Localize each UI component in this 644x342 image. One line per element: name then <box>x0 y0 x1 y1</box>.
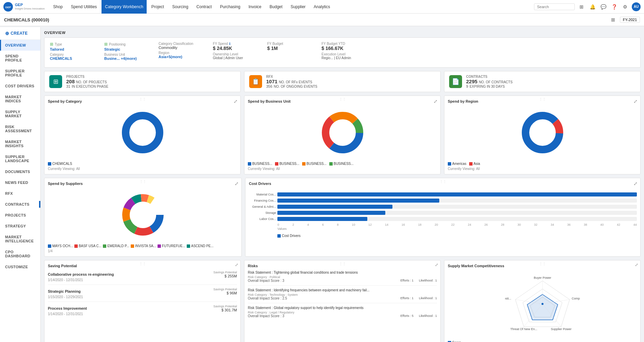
drag-handle-risks[interactable]: ⋮⋮ <box>339 262 346 266</box>
cost-drivers-legend: Cost Drivers <box>277 234 637 238</box>
spend-region-footer: Currently Viewing: All <box>448 167 637 171</box>
saving-potential-card: ⋮⋮ ⤢ Saving Potential Collaborative proc… <box>44 260 241 342</box>
drag-handle-saving[interactable]: ⋮⋮ <box>139 262 146 266</box>
expand-cost-drivers[interactable]: ⤢ <box>633 181 638 186</box>
svg-point-11 <box>533 123 552 142</box>
chat-icon[interactable]: 💬 <box>599 3 607 11</box>
settings-icon[interactable]: ⚙ <box>621 3 629 11</box>
drag-handle-supply[interactable]: ⋮⋮ <box>539 262 546 266</box>
bar-inner-material <box>277 192 637 196</box>
sidebar-item-supplier-landscape[interactable]: SUPPLIER LANDSCAPE <box>0 151 40 166</box>
nav-analytics[interactable]: Analytics <box>310 0 333 14</box>
execution-value: Regio... | EU Admin <box>321 56 366 60</box>
fy-selector[interactable]: FY-2021 <box>620 17 640 23</box>
help-icon[interactable]: ❓ <box>610 3 618 11</box>
nav-project[interactable]: Project <box>148 0 167 14</box>
bar-labor: Labor Cos... <box>249 217 637 221</box>
sidebar-item-news-feed[interactable]: NEWS FEED <box>0 177 40 188</box>
saving-amount-2: $ 96M <box>213 291 237 295</box>
legend-ascend: ASCEND PE... <box>187 244 214 248</box>
risk-likelihood-3: Likelihood : 1 <box>419 314 437 318</box>
nav-supplier[interactable]: Supplier <box>287 0 309 14</box>
sidebar-item-projects[interactable]: PROJECTS <box>0 210 40 221</box>
saving-name-2: Strategic Planning <box>48 289 81 293</box>
svg-text:Buyer Power: Buyer Power <box>534 276 551 279</box>
rfx-ongoing-label: NO. OF ONGOING EVENTS <box>274 85 317 88</box>
sidebar-item-market-intelligence[interactable]: MARKET INTELLIGENCE <box>0 232 40 246</box>
expand-supply[interactable]: ⤢ <box>635 262 638 267</box>
saving-timeline-1: 1/14/2020 - 12/31/2021 <box>48 278 237 282</box>
saving-item-3: Process Improvement Savings Potential $ … <box>48 305 237 319</box>
sidebar-item-cpo-dashboard[interactable]: CPO DASHBOARD <box>0 246 40 261</box>
nav-purchasing[interactable]: Purchasing <box>217 0 244 14</box>
sidebar-item-market-indices[interactable]: MARKET INDICES <box>0 91 40 106</box>
logo-icon: GEP <box>3 2 13 12</box>
meta-cat-classification: Category Classification Commodity Region… <box>159 42 203 59</box>
spend-region-donut <box>448 105 637 160</box>
contracts-indicator <box>39 201 40 208</box>
expand-saving[interactable]: ⤢ <box>235 262 238 267</box>
nav-invoice[interactable]: Invoice <box>245 0 265 14</box>
nav-category-workbench[interactable]: Category Workbench <box>102 0 147 14</box>
nav-budget[interactable]: Budget <box>266 0 286 14</box>
create-button[interactable]: ⊕ CREATE <box>0 27 40 40</box>
expand-spend-suppliers[interactable]: ⤢ <box>235 181 239 186</box>
drag-handle-cost[interactable]: ⋮⋮ <box>440 179 446 183</box>
expand-spend-cat[interactable]: ⤢ <box>234 99 238 104</box>
sidebar-item-risk-assessment[interactable]: RISK ASSESSMENT <box>0 121 40 136</box>
contracts-expiring: 9 <box>466 84 468 88</box>
saving-item-2: Strategic Planning Savings Potential $ 9… <box>48 288 237 302</box>
bell-icon[interactable]: 🔔 <box>588 3 596 11</box>
fy-budget-value: $ 1M <box>267 46 311 51</box>
sidebar-item-strategy[interactable]: STRATEGY <box>0 221 40 232</box>
svg-text:Threat Of Substi...: Threat Of Substi... <box>505 297 511 300</box>
table-icon[interactable]: ⊞ <box>609 16 617 24</box>
sidebar-item-supplier-profile[interactable]: SUPPLIER PROFILE <box>0 66 40 81</box>
sidebar-item-documents[interactable]: DOCUMENTS <box>0 166 40 177</box>
execution-label: Execution Level <box>321 52 366 56</box>
grid-view-icon[interactable]: ⊞ <box>577 3 586 11</box>
bar-outer-labor <box>277 217 637 221</box>
sidebar-item-market-insights[interactable]: MARKET INSIGHTS <box>0 136 40 151</box>
contracts-stat-card: 📄 CONTRACTS 2295 NO. OF CONTRACTS 9 EXPI… <box>444 71 641 92</box>
drag-handle-region[interactable]: ⋮⋮ <box>539 97 546 101</box>
nav-spend-utilities[interactable]: Spend Utilities <box>68 0 100 14</box>
category-value[interactable]: CHEMICALS <box>50 56 94 61</box>
bu-value[interactable]: Busine... +4(more) <box>104 56 148 61</box>
nav-shop[interactable]: Shop <box>50 0 66 14</box>
legend-emerald: EMERALD P... <box>103 244 129 248</box>
sidebar-item-rfx[interactable]: RFX <box>0 188 40 199</box>
projects-stat-card: ⊞ PROJECTS 208 NO. OF PROJECTS 31 IN EXE… <box>44 71 241 92</box>
drag-handle[interactable]: ⋮⋮ <box>139 97 146 101</box>
sidebar-item-customize[interactable]: CUSTOMIZE <box>0 261 40 272</box>
sidebar-item-overview[interactable]: OVERVIEW <box>0 40 40 51</box>
user-avatar[interactable]: AU <box>632 2 641 11</box>
drag-handle-suppliers[interactable]: ⋮⋮ <box>140 179 146 183</box>
spend-by-category-card: ⋮⋮ Spend by Category ⤢ CHEMICALS Current… <box>44 96 241 174</box>
drag-handle-bu[interactable]: ⋮⋮ <box>339 97 346 101</box>
positioning-value[interactable]: Strategic <box>104 47 148 51</box>
page-header-right: ⊞ FY-2021 <box>609 16 640 24</box>
expand-spend-bu[interactable]: ⤢ <box>434 99 438 104</box>
nav-sourcing[interactable]: Sourcing <box>169 0 191 14</box>
sidebar-item-cost-drivers[interactable]: COST DRIVERS <box>0 81 40 91</box>
type-value[interactable]: Tailored <box>50 47 94 51</box>
suppliers-page[interactable]: 1/4 <box>48 249 238 253</box>
logo[interactable]: GEP GEP Insight Drives Innovation <box>3 2 45 12</box>
region-value[interactable]: Asia+5(more) <box>159 55 203 59</box>
projects-count: 208 <box>66 79 75 84</box>
fy-spend-label: FY Spend <box>213 42 228 46</box>
risks-card: ⋮⋮ ⤢ Risks Risk Statement : Tightening g… <box>244 260 441 342</box>
meta-positioning: ⊞ Positioning Strategic Business Unit Bu… <box>104 42 148 61</box>
risk-scores-1: Overall Impact Score : 3 Efforts : 1 Lik… <box>248 279 437 283</box>
overview-meta-top: ⊞ Type Tailored Category CHEMICALS ⊞ Pos… <box>50 42 635 63</box>
sidebar-item-supply-market[interactable]: SUPPLY MARKET <box>0 106 40 121</box>
bar-inner-financing <box>277 199 439 203</box>
expand-risks[interactable]: ⤢ <box>435 262 438 267</box>
expand-spend-region[interactable]: ⤢ <box>633 99 638 104</box>
nav-contract[interactable]: Contract <box>193 0 215 14</box>
search-input[interactable] <box>534 3 575 10</box>
sidebar-item-spend-profile[interactable]: SPEND PROFILE <box>0 51 40 66</box>
category-label: Category <box>50 53 94 56</box>
sidebar-item-contracts[interactable]: CONTRACTS <box>0 199 40 210</box>
